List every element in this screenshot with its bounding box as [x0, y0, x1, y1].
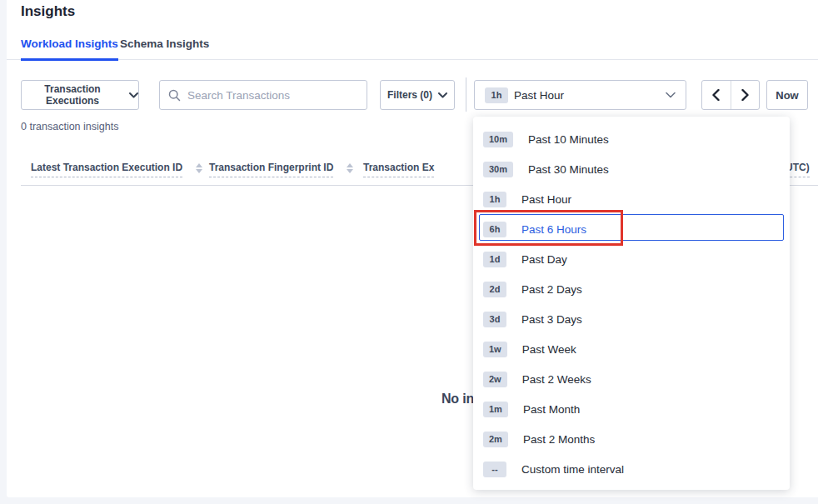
chevron-left-icon: [712, 89, 720, 101]
menu-item-past-10-minutes[interactable]: 10m Past 10 Minutes: [473, 124, 790, 154]
tab-bar: Workload Insights Schema Insights: [7, 37, 818, 60]
menu-item-past-2-weeks[interactable]: 2w Past 2 Weeks: [473, 364, 790, 394]
now-button[interactable]: Now: [766, 80, 808, 110]
filters-button-label: Filters (0): [387, 89, 432, 101]
sort-icon[interactable]: [347, 163, 353, 173]
menu-item-past-3-days[interactable]: 3d Past 3 Days: [473, 304, 790, 334]
menu-item-past-day[interactable]: 1d Past Day: [473, 244, 790, 274]
column-header-fingerprint-id[interactable]: Transaction Fingerprint ID: [209, 162, 353, 177]
time-interval-select-label: Past Hour: [514, 89, 564, 102]
chevron-down-icon: [438, 92, 447, 98]
insights-page: Insights Workload Insights Schema Insigh…: [0, 0, 818, 504]
tab-workload-insights[interactable]: Workload Insights: [21, 37, 118, 60]
time-interval-select[interactable]: 1h Past Hour: [474, 80, 686, 110]
workload-type-select[interactable]: Transaction Executions: [21, 80, 139, 110]
chevron-right-icon: [741, 89, 749, 101]
menu-item-past-6-hours[interactable]: 6h Past 6 Hours: [473, 214, 790, 244]
sort-icon[interactable]: [196, 163, 202, 173]
tab-schema-insights-label: Schema Insights: [120, 37, 209, 50]
tab-schema-insights[interactable]: Schema Insights: [120, 37, 209, 60]
chevron-down-icon: [666, 92, 676, 98]
menu-item-past-month[interactable]: 1m Past Month: [473, 394, 790, 424]
tab-workload-insights-label: Workload Insights: [21, 37, 118, 50]
menu-item-past-2-months[interactable]: 2m Past 2 Months: [473, 424, 790, 454]
time-interval-badge: 1h: [485, 87, 508, 103]
next-interval-button[interactable]: [731, 81, 760, 109]
search-transactions-box: [159, 80, 367, 110]
menu-item-past-hour[interactable]: 1h Past Hour: [473, 184, 790, 214]
chevron-down-icon: [129, 92, 138, 98]
menu-item-past-2-days[interactable]: 2d Past 2 Days: [473, 274, 790, 304]
previous-interval-button[interactable]: [702, 81, 731, 109]
toolbar-divider: [466, 77, 466, 112]
time-interval-menu: 10m Past 10 Minutes 30m Past 30 Minutes …: [473, 117, 790, 490]
filters-button[interactable]: Filters (0): [380, 80, 455, 110]
menu-item-custom-time-interval[interactable]: -- Custom time interval: [473, 454, 790, 484]
column-header-execution-partial[interactable]: Transaction Ex: [363, 162, 434, 177]
search-transactions-input[interactable]: [187, 89, 358, 102]
page-title: Insights: [21, 3, 75, 20]
insights-count: 0 transaction insights: [21, 121, 118, 132]
menu-item-past-30-minutes[interactable]: 30m Past 30 Minutes: [473, 154, 790, 184]
column-header-latest-execution-id[interactable]: Latest Transaction Execution ID: [31, 162, 202, 177]
workload-type-select-label: Transaction Executions: [22, 83, 123, 107]
time-pagination: [701, 80, 760, 110]
menu-item-past-week[interactable]: 1w Past Week: [473, 334, 790, 364]
search-icon: [168, 89, 181, 102]
